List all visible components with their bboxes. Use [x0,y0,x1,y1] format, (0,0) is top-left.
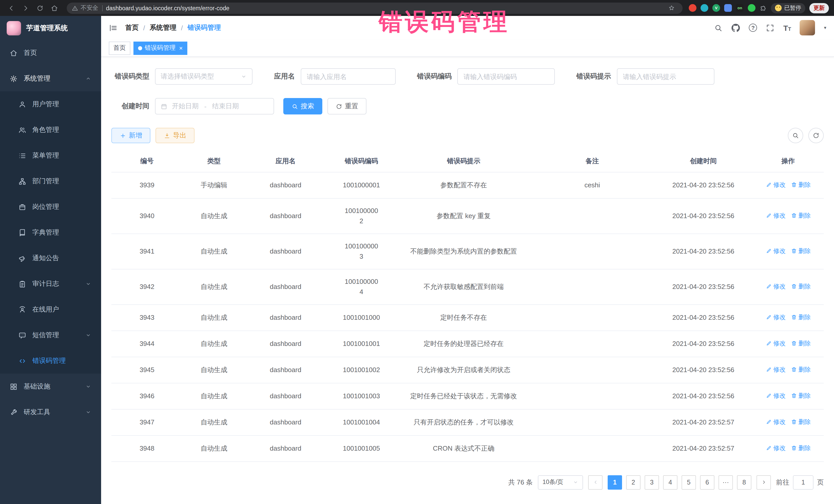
close-icon[interactable]: × [179,45,183,51]
delete-link[interactable]: 删除 [791,246,811,256]
edit-link[interactable]: 修改 [766,179,786,190]
gear-icon [10,75,18,82]
cell-actions: 修改删除 [752,269,824,304]
prev-page-button[interactable] [588,475,602,489]
app-name-input[interactable] [301,68,395,85]
sidebar-item-9[interactable]: 审计日志 [0,271,101,297]
edit-link[interactable]: 修改 [766,246,786,256]
sidebar-item-13[interactable]: 基础设施 [0,374,101,399]
chevron-up-icon [85,75,91,82]
cell-app: dashboard [245,198,326,234]
edit-link[interactable]: 修改 [766,210,786,220]
page-button-2[interactable]: 2 [626,475,640,489]
search-icon[interactable] [714,23,723,32]
code-icon [19,357,26,365]
sidebar-item-0[interactable]: 首页 [0,40,101,66]
security-indicator[interactable]: 不安全 [72,4,98,12]
edit-link[interactable]: 修改 [766,312,786,322]
delete-link[interactable]: 删除 [791,364,811,374]
page-button-5[interactable]: 5 [682,475,696,489]
breadcrumb-item-system[interactable]: 系统管理 [150,23,176,32]
forward-icon[interactable] [20,2,32,14]
sidebar-item-11[interactable]: 短信管理 [0,322,101,348]
edit-link[interactable]: 修改 [766,281,786,291]
delete-link[interactable]: 删除 [791,281,811,291]
column-header: 编号 [111,150,183,172]
tab-0[interactable]: 首页 [109,41,130,54]
show-search-button[interactable] [788,128,803,143]
update-button[interactable]: 更新 [809,3,829,13]
address-bar[interactable]: 不安全 dashboard.yudao.iocoder.cn/system/er… [67,2,683,14]
delete-link[interactable]: 删除 [791,416,811,427]
extension-icon-6[interactable] [748,4,755,12]
next-page-button[interactable] [756,475,771,489]
extension-icon-3[interactable]: V [712,4,720,12]
screen: 不安全 dashboard.yudao.iocoder.cn/system/er… [0,0,834,504]
extensions-puzzle-icon[interactable] [760,4,767,12]
download-icon [164,132,170,139]
page-button-4[interactable]: 4 [663,475,678,489]
delete-link[interactable]: 删除 [791,312,811,322]
edit-link[interactable]: 修改 [766,416,786,427]
browser-home-icon[interactable] [48,2,61,14]
cell-code: 1001000004 [326,269,397,304]
sidebar-item-2[interactable]: 用户管理 [0,91,101,117]
logo-area[interactable]: 芋道管理系统 [0,16,101,40]
page-button-8[interactable]: 8 [737,475,751,489]
bookmark-star-icon[interactable] [665,2,678,14]
extension-icon-1[interactable] [689,4,697,12]
extension-icon-5[interactable]: on [736,4,744,12]
cell-code: 1001001005 [326,435,397,461]
extension-icon-2[interactable] [701,4,708,12]
reset-button[interactable]: 重置 [327,98,367,114]
font-size-icon[interactable]: TT [783,23,791,32]
profile-chip[interactable]: 已暂停 [771,3,805,13]
back-icon[interactable] [5,2,18,14]
sidebar-item-5[interactable]: 部门管理 [0,168,101,194]
sidebar-item-3[interactable]: 角色管理 [0,117,101,143]
delete-link[interactable]: 删除 [791,443,811,453]
chevron-down-icon[interactable]: ▾ [824,25,826,30]
delete-link[interactable]: 删除 [791,210,811,220]
tab-1[interactable]: 错误码管理× [133,41,187,54]
refresh-table-button[interactable] [808,128,824,143]
sidebar-item-8[interactable]: 通知公告 [0,245,101,271]
sidebar-item-12[interactable]: 错误码管理 [0,348,101,374]
page-button-3[interactable]: 3 [644,475,659,489]
avatar[interactable] [800,20,815,36]
page-button-6[interactable]: 6 [700,475,715,489]
sidebar-item-4[interactable]: 菜单管理 [0,143,101,168]
goto-page-input[interactable] [793,475,813,489]
github-icon[interactable] [731,23,740,32]
date-range-picker[interactable]: 开始日期 - 结束日期 [155,98,274,114]
search-button[interactable]: 搜索 [283,98,322,114]
edit-link[interactable]: 修改 [766,364,786,374]
edit-link[interactable]: 修改 [766,390,786,400]
sidebar-fold-icon[interactable] [109,23,117,32]
page-button-1[interactable]: 1 [608,475,622,489]
fullscreen-icon[interactable] [766,23,774,32]
sidebar-item-label: 用户管理 [32,100,91,109]
breadcrumb-item-home[interactable]: 首页 [125,23,138,32]
sidebar-item-10[interactable]: 在线用户 [0,297,101,322]
error-msg-input[interactable] [617,68,714,85]
delete-link[interactable]: 删除 [791,179,811,190]
add-button[interactable]: 新增 [111,128,150,143]
sidebar-item-1[interactable]: 系统管理 [0,66,101,91]
reload-icon[interactable] [34,2,46,14]
export-button[interactable]: 导出 [155,128,195,143]
error-type-select[interactable]: 请选择错误码类型 [155,68,253,85]
edit-link[interactable]: 修改 [766,338,786,348]
help-icon[interactable]: ? [749,24,757,32]
cell-id: 3939 [111,172,183,198]
extension-icon-4[interactable] [724,4,732,12]
page-size-select[interactable]: 10条/页 [538,475,583,489]
sidebar-item-7[interactable]: 字典管理 [0,220,101,245]
edit-link[interactable]: 修改 [766,443,786,453]
delete-link[interactable]: 删除 [791,390,811,400]
error-code-input[interactable] [457,68,555,85]
delete-link[interactable]: 删除 [791,338,811,348]
page-ellipsis[interactable]: ··· [719,475,733,489]
sidebar-item-14[interactable]: 研发工具 [0,399,101,425]
sidebar-item-6[interactable]: 岗位管理 [0,194,101,220]
